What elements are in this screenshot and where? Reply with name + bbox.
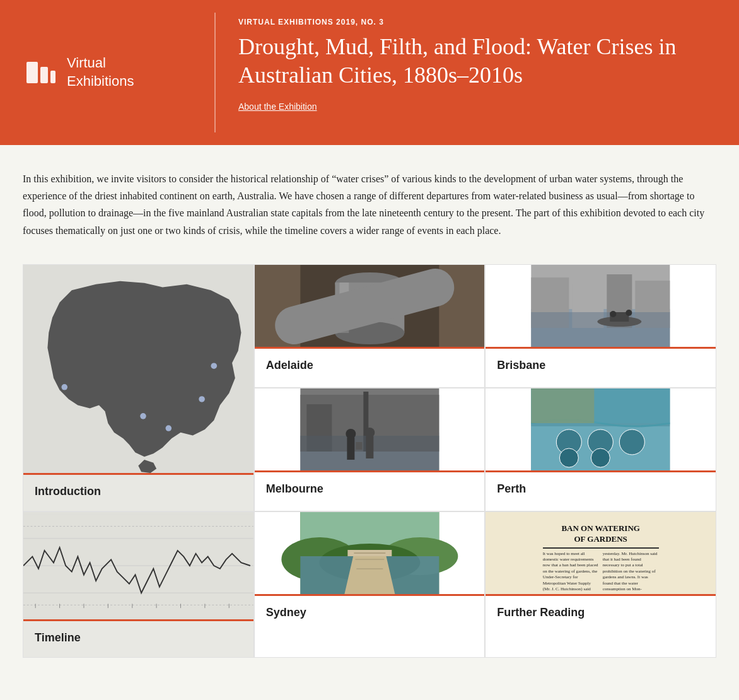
svg-rect-20	[532, 312, 670, 347]
timeline-wave-svg	[23, 512, 253, 619]
svg-point-24	[626, 310, 632, 316]
logo-icon	[25, 57, 57, 88]
sydney-dam-svg	[255, 512, 485, 594]
card-introduction[interactable]: Introduction	[23, 264, 254, 511]
logo-text: Virtual Exhibitions	[67, 54, 134, 90]
page-header: Virtual Exhibitions VIRTUAL EXHIBITIONS …	[0, 0, 739, 145]
sydney-label: Sydney	[255, 594, 485, 657]
svg-rect-46	[532, 388, 595, 423]
svg-point-6	[199, 396, 205, 402]
brisbane-flood-svg	[486, 265, 716, 347]
further-reading-label: Further Reading	[486, 594, 716, 657]
brisbane-label: Brisbane	[486, 347, 716, 387]
brisbane-image	[486, 265, 716, 347]
about-link[interactable]: About the Exhibition	[238, 102, 317, 112]
svg-rect-35	[366, 436, 373, 458]
svg-rect-2	[50, 71, 55, 83]
newspaper-headline: BAN ON WATERINGOF GARDENS	[543, 523, 659, 549]
logo-section[interactable]: Virtual Exhibitions	[0, 0, 214, 145]
svg-point-44	[591, 448, 610, 467]
cards-grid: Introduction Adelaide	[23, 264, 716, 658]
newspaper-content: BAN ON WATERINGOF GARDENS It was hoped t…	[538, 518, 664, 594]
adelaide-pipe-svg	[255, 265, 485, 347]
further-reading-image: BAN ON WATERINGOF GARDENS It was hoped t…	[486, 512, 716, 594]
svg-rect-13	[339, 283, 349, 333]
card-adelaide[interactable]: Adelaide	[254, 264, 486, 388]
svg-rect-0	[26, 62, 38, 83]
adelaide-image	[255, 265, 485, 347]
svg-rect-1	[40, 67, 48, 83]
svg-rect-33	[347, 438, 354, 460]
svg-point-34	[364, 428, 375, 438]
exhibition-title: Drought, Mud, Filth, and Flood: Water Cr…	[238, 33, 716, 90]
svg-point-42	[620, 429, 645, 455]
svg-point-5	[166, 425, 172, 431]
introduction-label: Introduction	[23, 473, 253, 511]
exhibition-number: VIRTUAL EXHIBITIONS 2019, NO. 3	[238, 18, 716, 26]
main-content: In this exhibition, we invite visitors t…	[10, 145, 729, 683]
svg-point-43	[560, 448, 579, 467]
map-image	[23, 265, 253, 473]
card-timeline[interactable]: Timeline	[23, 511, 254, 658]
svg-point-23	[610, 311, 617, 317]
perth-image	[486, 388, 716, 470]
newspaper-body: It was hoped to meet all domestic water …	[543, 551, 659, 593]
sydney-image	[255, 512, 485, 594]
card-sydney[interactable]: Sydney	[254, 511, 486, 658]
card-brisbane[interactable]: Brisbane	[485, 264, 716, 388]
timeline-image	[23, 512, 253, 619]
header-content: VIRTUAL EXHIBITIONS 2019, NO. 3 Drought,…	[216, 0, 739, 145]
card-melbourne[interactable]: Melbourne	[254, 388, 486, 511]
melbourne-image	[255, 388, 485, 470]
perth-label: Perth	[486, 470, 716, 511]
svg-point-4	[140, 413, 146, 419]
melbourne-label: Melbourne	[255, 470, 485, 511]
perth-aerial-svg	[486, 388, 716, 470]
adelaide-label: Adelaide	[255, 347, 485, 387]
card-perth[interactable]: Perth	[485, 388, 716, 511]
svg-point-3	[61, 384, 67, 390]
svg-rect-36	[356, 442, 362, 450]
intro-paragraph: In this exhibition, we invite visitors t…	[23, 170, 716, 239]
svg-point-32	[346, 429, 356, 439]
melbourne-flood-svg	[255, 388, 485, 470]
australia-map-svg	[23, 265, 253, 473]
card-further-reading[interactable]: BAN ON WATERINGOF GARDENS It was hoped t…	[485, 511, 716, 658]
svg-point-7	[211, 363, 217, 369]
timeline-label: Timeline	[23, 619, 253, 657]
